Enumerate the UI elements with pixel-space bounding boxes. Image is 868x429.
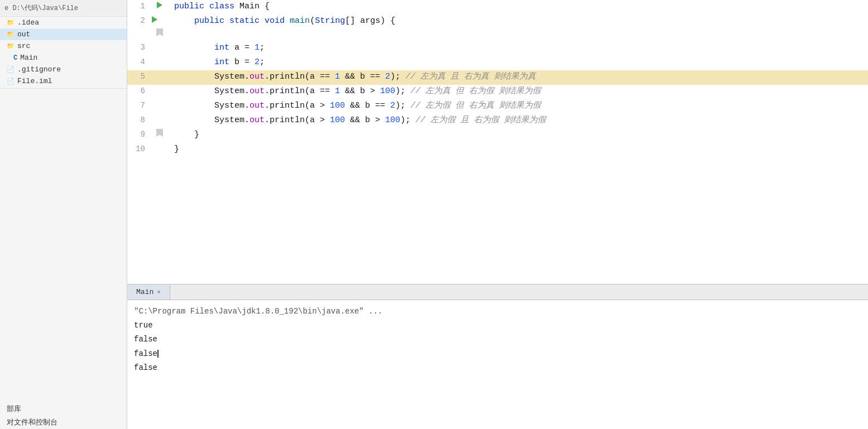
table-row: 5 System.out.println(a == 1 && b == 2); … <box>127 70 868 85</box>
line-number: 7 <box>127 99 150 114</box>
code-line: } <box>170 143 868 157</box>
bookmark-icon <box>156 129 163 137</box>
console-panel: Main × "C:\Program Files\Java\jdk1.8.0_1… <box>127 284 868 429</box>
code-line: int a = 1; <box>170 41 868 56</box>
line-number: 6 <box>127 85 150 99</box>
java-file-icon: C <box>13 54 17 62</box>
code-line: System.out.println(a > 100 && b > 100); … <box>170 114 868 128</box>
line-gutter <box>150 99 170 114</box>
sidebar-item-idea[interactable]: 📁 .idea <box>0 17 127 28</box>
line-number: 8 <box>127 114 150 128</box>
line-gutter <box>150 143 170 157</box>
folder-icon: 📁 <box>7 42 15 50</box>
sidebar-item-label: Main <box>20 54 37 62</box>
code-line: int b = 2; <box>170 56 868 70</box>
table-row: 10 } <box>127 143 868 157</box>
table-row: 8 System.out.println(a > 100 && b > 100)… <box>127 114 868 128</box>
line-gutter[interactable] <box>150 0 170 15</box>
sidebar-item-repo[interactable]: 部库 <box>0 402 127 416</box>
line-number: 3 <box>127 41 150 56</box>
console-output-line: false <box>134 347 861 361</box>
sidebar-separator <box>0 88 127 89</box>
sidebar-item-label: 对文件和控制台 <box>7 417 57 427</box>
console-command-line: "C:\Program Files\Java\jdk1.8.0_192\bin\… <box>134 305 861 319</box>
console-output[interactable]: "C:\Program Files\Java\jdk1.8.0_192\bin\… <box>127 300 868 429</box>
line-gutter <box>150 56 170 70</box>
line-number: 2 <box>127 15 150 41</box>
line-number: 10 <box>127 143 150 157</box>
table-row: 3 int a = 1; <box>127 41 868 56</box>
sidebar-item-gitignore[interactable]: 📄 .gitignore <box>0 64 127 75</box>
sidebar-item-label: File.iml <box>17 77 52 85</box>
table-row: 7 System.out.println(a > 100 && b == 2);… <box>127 99 868 114</box>
console-tab-bar: Main × <box>127 285 868 300</box>
folder-icon: 📁 <box>7 31 15 38</box>
code-table: 1 public class Main { 2 public static vo… <box>127 0 868 157</box>
sidebar-item-label: 部库 <box>7 404 21 414</box>
code-line: System.out.println(a == 1 && b > 100); /… <box>170 85 868 99</box>
console-tab-main[interactable]: Main × <box>127 285 170 300</box>
sidebar-item-src[interactable]: 📁 src <box>0 40 127 52</box>
folder-icon: 📁 <box>7 19 15 26</box>
line-gutter <box>150 114 170 128</box>
code-line: } <box>170 128 868 143</box>
run-icon[interactable] <box>157 2 162 8</box>
table-row: 9 } <box>127 128 868 143</box>
console-output-line: false <box>134 332 861 346</box>
console-output-line: true <box>134 319 861 332</box>
line-number: 5 <box>127 70 150 85</box>
line-number: 1 <box>127 0 150 15</box>
table-row: 1 public class Main { <box>127 0 868 15</box>
console-output-line: false <box>134 361 861 375</box>
code-line: System.out.println(a > 100 && b == 2); /… <box>170 99 868 114</box>
file-icon: 📄 <box>7 66 15 73</box>
code-line: System.out.println(a == 1 && b == 2); //… <box>170 70 868 85</box>
text-cursor <box>157 350 159 358</box>
sidebar-item-label: .idea <box>17 18 39 27</box>
console-tab-close[interactable]: × <box>157 289 161 296</box>
sidebar-item-fileiml[interactable]: 📄 File.iml <box>0 75 127 87</box>
sidebar-item-out[interactable]: 📁 out <box>0 28 127 40</box>
run-icon[interactable] <box>152 16 157 23</box>
line-gutter <box>150 85 170 99</box>
table-row: 6 System.out.println(a == 1 && b > 100);… <box>127 85 868 99</box>
bookmark-icon <box>156 28 163 36</box>
line-gutter <box>150 41 170 56</box>
sidebar-item-fileandconsole[interactable]: 对文件和控制台 <box>0 416 127 429</box>
line-gutter <box>150 70 170 85</box>
code-line: public class Main { <box>170 0 868 15</box>
line-gutter[interactable] <box>150 128 170 143</box>
sidebar-item-label: .gitignore <box>17 65 61 74</box>
code-line: public static void main(String[] args) { <box>170 15 868 41</box>
sidebar-item-label: out <box>17 30 30 38</box>
line-number: 9 <box>127 128 150 143</box>
sidebar: e D:\代码\Java\File 📁 .idea 📁 out 📁 src C … <box>0 0 127 429</box>
sidebar-path: e D:\代码\Java\File <box>0 0 127 17</box>
sidebar-item-main[interactable]: C Main <box>0 52 127 64</box>
console-tab-label: Main <box>136 288 154 296</box>
table-row: 4 int b = 2; <box>127 56 868 70</box>
main-content: 1 public class Main { 2 public static vo… <box>127 0 868 429</box>
table-row: 2 public static void main(String[] args)… <box>127 15 868 41</box>
line-number: 4 <box>127 56 150 70</box>
code-editor[interactable]: 1 public class Main { 2 public static vo… <box>127 0 868 284</box>
line-gutter[interactable] <box>150 15 170 41</box>
file-icon: 📄 <box>7 78 15 85</box>
sidebar-item-label: src <box>17 42 30 50</box>
